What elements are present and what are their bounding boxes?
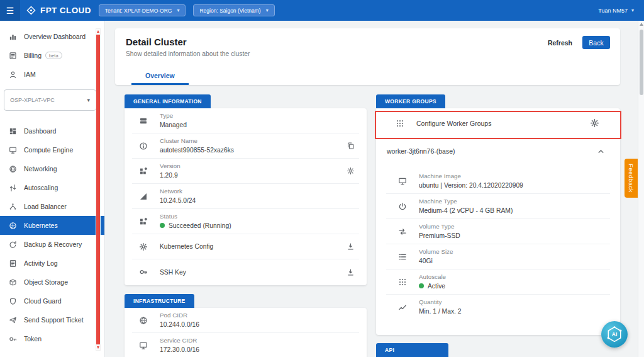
sidebar-item-label: Dashboard xyxy=(24,127,56,135)
trend-line-icon xyxy=(397,303,408,312)
tenant-selector[interactable]: Tenant: XPLAT-DEMO-ORG ▾ xyxy=(99,4,186,16)
vpc-selector-value: OSP-XPLAT-VPC xyxy=(10,97,55,103)
download-icon[interactable] xyxy=(345,266,357,278)
vpc-selector[interactable]: OSP-XPLAT-VPC ▾ xyxy=(4,89,96,111)
sidebar-item-label: Autoscaling xyxy=(24,184,58,191)
sidebar-item-overview-dashboard[interactable]: Overview Dashboard xyxy=(0,27,104,46)
page-scrollbar-thumb[interactable] xyxy=(640,30,643,95)
chevron-up-icon[interactable] xyxy=(595,145,607,157)
scroll-up-arrow-icon[interactable] xyxy=(97,30,99,33)
feedback-tab[interactable]: Feedback xyxy=(625,159,638,198)
worker-groups-header: WORKER GROUPS xyxy=(376,94,445,108)
row-label: Quantity xyxy=(419,298,462,307)
server-icon xyxy=(138,116,148,125)
gear-icon[interactable] xyxy=(345,165,357,177)
shield-icon xyxy=(8,297,18,306)
info-row-machine-image: Machine Image ubuntu | Version: 20.4.120… xyxy=(386,169,610,194)
row-value: autotest990855-52xaz6ks xyxy=(160,146,234,154)
gear-icon[interactable] xyxy=(588,116,601,130)
row-label: Service CIDR xyxy=(160,337,199,345)
sidebar-scrollbar-thumb[interactable] xyxy=(96,35,100,344)
sidebar-item-token[interactable]: Token xyxy=(0,329,104,348)
refresh-button[interactable]: Refresh xyxy=(548,39,572,47)
box-icon xyxy=(8,278,18,287)
sidebar-scrollbar[interactable] xyxy=(96,28,101,351)
sidebar-item-label: Cloud Guard xyxy=(24,297,62,305)
sidebar-item-label: Overview Dashboard xyxy=(24,33,86,40)
top-bar: ☰ FPT CLOUD Tenant: XPLAT-DEMO-ORG ▾ Reg… xyxy=(0,0,644,21)
download-icon[interactable] xyxy=(345,241,357,252)
configure-worker-groups-row[interactable]: Configure Worker Groups xyxy=(376,108,620,139)
user-menu[interactable]: Tuan NM57 ▾ xyxy=(598,8,634,14)
sidebar-item-compute-engine[interactable]: Compute Engine ▾ xyxy=(0,140,104,159)
power-icon xyxy=(397,202,408,211)
info-row-type: Type Managed xyxy=(132,108,359,133)
ai-label: AI xyxy=(612,331,618,337)
row-label: Cluster Name xyxy=(160,137,234,145)
signal-icon xyxy=(138,192,148,201)
sidebar-item-iam[interactable]: IAM ▾ xyxy=(0,65,104,84)
sidebar-item-label: Send Support Ticket xyxy=(24,316,84,324)
back-button[interactable]: Back xyxy=(582,36,610,49)
row-value: Managed xyxy=(160,121,187,129)
sidebar-item-activity-log[interactable]: Activity Log xyxy=(0,254,104,273)
info-row-kubernetes-config: Kubernetes Config xyxy=(132,234,359,259)
autoscale-status-dot xyxy=(419,283,424,288)
region-label: Region: Saigon (Vietnam) xyxy=(199,8,260,14)
monitor-icon xyxy=(138,341,148,350)
sidebar-item-label: IAM xyxy=(24,71,36,78)
page-header-card: Detail Cluster Show detailed information… xyxy=(115,28,620,85)
info-row-volume-size: Volume Size 40Gi xyxy=(386,244,610,269)
ai-assistant-button[interactable]: AI xyxy=(601,321,628,348)
sidebar-item-load-balancer[interactable]: Load Balancer ▾ xyxy=(0,197,104,216)
monitor-icon xyxy=(397,177,408,186)
sidebar-item-networking[interactable]: Networking ▾ xyxy=(0,159,104,178)
copy-icon[interactable] xyxy=(345,140,357,152)
hamburger-menu-icon[interactable]: ☰ xyxy=(0,0,20,21)
gear-icon xyxy=(138,242,148,251)
row-value: Min. 1 / Max. 2 xyxy=(419,307,462,315)
sidebar-item-send-support-ticket[interactable]: Send Support Ticket xyxy=(0,310,104,329)
tenant-label: Tenant: XPLAT-DEMO-ORG xyxy=(105,8,172,14)
sidebar-item-object-storage[interactable]: Object Storage xyxy=(0,273,104,292)
row-value: 10.24.5.0/24 xyxy=(160,196,196,205)
row-value: 172.30.0.0/16 xyxy=(160,346,199,354)
sidebar-item-label: Compute Engine xyxy=(24,146,73,154)
sidebar-item-label: Activity Log xyxy=(24,259,58,267)
user-name: Tuan NM57 xyxy=(598,8,628,14)
sidebar-top-group: Overview Dashboard Billing beta ▾ IAM ▾ xyxy=(0,21,104,84)
infrastructure-header: INFRASTRUCTURE xyxy=(125,294,194,308)
sidebar-item-autoscaling[interactable]: Autoscaling ▾ xyxy=(0,178,104,197)
sidebar-item-billing[interactable]: Billing beta ▾ xyxy=(0,46,104,65)
info-row-status: Status Succeeded (Running) xyxy=(132,209,359,234)
dots-grid-icon xyxy=(395,119,405,128)
app-root: ☰ FPT CLOUD Tenant: XPLAT-DEMO-ORG ▾ Reg… xyxy=(0,0,644,357)
sidebar-item-kubernetes[interactable]: Kubernetes xyxy=(0,216,104,235)
page-scrollbar[interactable] xyxy=(638,21,644,357)
scroll-down-arrow-icon[interactable] xyxy=(97,346,99,349)
sidebar-item-dashboard[interactable]: Dashboard xyxy=(0,122,104,140)
row-label: Kubernetes Config xyxy=(160,243,213,250)
dots-grid-icon xyxy=(397,278,408,286)
row-label: Autoscale xyxy=(419,273,446,281)
worker-group-accordion-header[interactable]: worker-3jt6nn76-(base) xyxy=(376,139,620,164)
row-label: Network xyxy=(160,188,196,196)
row-label: Version xyxy=(160,162,180,171)
sidebar-item-cloud-guard[interactable]: Cloud Guard xyxy=(0,292,104,310)
sidebar-item-label: Backup & Recovery xyxy=(24,241,82,248)
region-selector[interactable]: Region: Saigon (Vietnam) ▾ xyxy=(193,4,274,16)
sidebar-item-backup-recovery[interactable]: Backup & Recovery xyxy=(0,235,104,254)
general-information-card: Type Managed Cluster Name autotest990855… xyxy=(125,108,367,285)
sidebar-item-label: Object Storage xyxy=(24,278,68,286)
info-row-autoscale: Autoscale Active xyxy=(386,269,610,295)
chevron-down-icon: ▾ xyxy=(631,8,634,13)
info-row-volume-type: Volume Type Premium-SSD xyxy=(386,219,610,244)
widgets-icon xyxy=(138,167,148,176)
configure-worker-groups-label: Configure Worker Groups xyxy=(416,120,491,127)
worker-group-name: worker-3jt6nn76-(base) xyxy=(387,147,455,155)
globe-icon xyxy=(8,164,18,174)
restore-icon xyxy=(8,240,18,249)
globe-icon xyxy=(138,316,148,325)
tab-overview[interactable]: Overview xyxy=(131,68,189,85)
scroll-up-arrow-icon[interactable] xyxy=(640,23,643,26)
